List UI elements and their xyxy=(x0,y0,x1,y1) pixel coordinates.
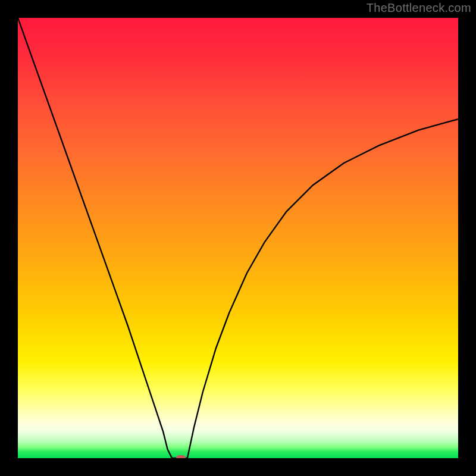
bottleneck-curve xyxy=(18,18,458,458)
plot-area xyxy=(18,18,458,458)
minimum-marker xyxy=(176,455,186,458)
watermark-text: TheBottleneck.com xyxy=(367,1,471,15)
chart-frame: TheBottleneck.com xyxy=(0,0,476,476)
curve-path xyxy=(18,18,458,458)
